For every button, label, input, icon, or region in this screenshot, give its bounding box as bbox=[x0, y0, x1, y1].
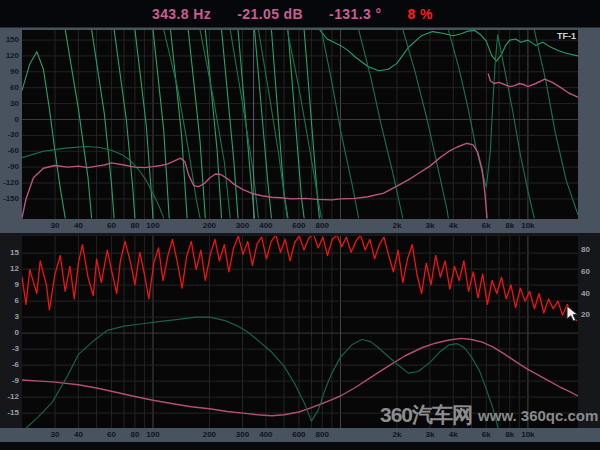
phase-trace-pink bbox=[488, 74, 578, 97]
y-axis-tick-label: -12 bbox=[0, 393, 19, 401]
x-axis-tick-label: 300 bbox=[236, 431, 249, 439]
phase-frequency-axis: 304060801002003004006008002k3k4k6k8k10k bbox=[0, 219, 600, 233]
x-axis-tick-label: 60 bbox=[107, 431, 116, 439]
mouse-cursor bbox=[566, 305, 582, 323]
phase-trace-green-wrapped bbox=[288, 30, 304, 218]
trace-label-tf1: TF-1 bbox=[557, 31, 576, 41]
phase-trace-green-wrapped bbox=[92, 30, 115, 218]
x-axis-tick-label: 800 bbox=[316, 431, 329, 439]
x-axis-tick-label: 30 bbox=[51, 431, 60, 439]
x-axis-tick-label: 8k bbox=[505, 222, 514, 230]
x-axis-tick-label: 200 bbox=[203, 222, 216, 230]
phase-trace-green-wrapped bbox=[153, 30, 169, 218]
watermark-url: www. 360qc.com bbox=[478, 407, 598, 424]
y2-axis-tick-label: 80 bbox=[581, 246, 599, 254]
y-axis-tick-label: 12 bbox=[0, 265, 19, 273]
magnitude-frequency-axis: 304060801002003004006008002k3k4k6k8k10k bbox=[0, 428, 600, 442]
x-axis-tick-label: 4k bbox=[449, 222, 458, 230]
x-axis-tick-label: 40 bbox=[74, 222, 83, 230]
x-axis-tick-label: 8k bbox=[505, 431, 514, 439]
y2-axis-tick-label: 40 bbox=[581, 290, 599, 298]
y-axis-tick-label: 0 bbox=[0, 329, 19, 337]
x-axis-tick-label: 300 bbox=[236, 222, 249, 230]
y-axis-tick-label: -6 bbox=[0, 361, 19, 369]
x-axis-tick-label: 10k bbox=[521, 431, 534, 439]
phase-trace-green-wrapped bbox=[188, 30, 205, 218]
x-axis-tick-label: 2k bbox=[392, 431, 401, 439]
y-axis-tick-label: 6 bbox=[0, 297, 19, 305]
transfer-function-phase-pane: TF-1 304060801002003004006008002k3k4k6k8… bbox=[0, 28, 600, 233]
phase-trace-green-dark-wrapped bbox=[200, 30, 230, 218]
y-axis-tick-label: 120 bbox=[0, 52, 19, 60]
phase-trace-green-wrapped bbox=[171, 30, 188, 218]
phase-trace-green-dark-wrapped bbox=[287, 30, 321, 218]
y-axis-tick-label: -60 bbox=[0, 147, 19, 155]
percent-readout: 8 % bbox=[407, 6, 432, 22]
y-axis-tick-label: -9 bbox=[0, 377, 19, 385]
y-axis-tick-label: -15 bbox=[0, 409, 19, 417]
x-axis-tick-label: 100 bbox=[146, 222, 159, 230]
x-axis-tick-label: 6k bbox=[482, 431, 491, 439]
x-axis-tick-label: 40 bbox=[74, 431, 83, 439]
phase-trace-green-dark-wrapped bbox=[403, 30, 449, 218]
y-axis-tick-label: 0 bbox=[0, 116, 19, 124]
phase-trace-green-dark-wrapped bbox=[359, 30, 403, 218]
y-axis-tick-label: 60 bbox=[0, 84, 19, 92]
y-axis-tick-label: 3 bbox=[0, 313, 19, 321]
y-axis-tick-label: -150 bbox=[0, 195, 19, 203]
y-axis-tick-label: -3 bbox=[0, 345, 19, 353]
x-axis-tick-label: 2k bbox=[392, 222, 401, 230]
y-axis-tick-label: 150 bbox=[0, 36, 19, 44]
phase-trace-green-dark-wrapped bbox=[534, 30, 578, 215]
x-axis-tick-label: 30 bbox=[51, 222, 60, 230]
y-axis-tick-label: -30 bbox=[0, 131, 19, 139]
y-axis-tick-label: -90 bbox=[0, 163, 19, 171]
x-axis-tick-label: 80 bbox=[130, 222, 139, 230]
phase-trace-green-wrapped bbox=[222, 30, 239, 218]
phase-trace-green-dark-wrapped bbox=[164, 30, 200, 218]
x-axis-tick-label: 400 bbox=[259, 431, 272, 439]
y-axis-tick-label: 9 bbox=[0, 281, 19, 289]
y-axis-tick-label: 30 bbox=[0, 100, 19, 108]
y-axis-tick-label: 90 bbox=[0, 68, 19, 76]
x-axis-tick-label: 3k bbox=[425, 431, 434, 439]
y-axis-tick-label: 15 bbox=[0, 249, 19, 257]
phase-trace-green-dark-wrapped bbox=[321, 30, 358, 218]
x-axis-tick-label: 800 bbox=[316, 222, 329, 230]
cursor-phase-readout: -131.3 ° bbox=[329, 6, 381, 22]
watermark: 360汽车网 www. 360qc.com bbox=[380, 401, 598, 429]
phase-trace-green-dark-wrapped bbox=[448, 30, 534, 218]
x-axis-tick-label: 200 bbox=[203, 431, 216, 439]
x-axis-tick-label: 100 bbox=[146, 431, 159, 439]
x-axis-tick-label: 3k bbox=[425, 222, 434, 230]
phase-trace-green-wrapped bbox=[205, 30, 221, 218]
x-axis-tick-label: 60 bbox=[107, 222, 116, 230]
tf1-magnitude-plot-svg bbox=[22, 236, 578, 428]
x-axis-tick-label: 400 bbox=[259, 222, 272, 230]
cursor-magnitude-readout: -21.05 dB bbox=[237, 6, 303, 22]
y2-axis-tick-label: 20 bbox=[581, 311, 599, 319]
x-axis-tick-label: 600 bbox=[292, 431, 305, 439]
y2-axis-tick-label: 60 bbox=[581, 268, 599, 276]
magnitude-plot-area[interactable] bbox=[22, 236, 578, 428]
x-axis-tick-label: 600 bbox=[292, 222, 305, 230]
y-axis-tick-label: -120 bbox=[0, 179, 19, 187]
phase-trace-green-dark-wrapped bbox=[22, 147, 164, 218]
x-axis-tick-label: 10k bbox=[521, 222, 534, 230]
cursor-frequency-readout: 343.8 Hz bbox=[152, 6, 211, 22]
tf1-phase-plot-svg bbox=[22, 30, 578, 219]
readout-bar: 343.8 Hz -21.05 dB -131.3 ° 8 % bbox=[0, 0, 600, 28]
x-axis-tick-label: 4k bbox=[449, 431, 458, 439]
bottom-edge bbox=[0, 442, 600, 450]
x-axis-tick-label: 6k bbox=[482, 222, 491, 230]
watermark-logo: 360汽车网 bbox=[380, 401, 472, 429]
x-axis-tick-label: 80 bbox=[130, 431, 139, 439]
phase-plot-area[interactable]: TF-1 bbox=[22, 30, 578, 219]
